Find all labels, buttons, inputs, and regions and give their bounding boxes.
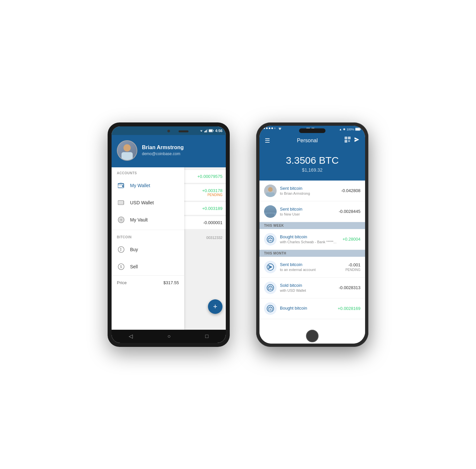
android-tx-amount-4: -0.000001 <box>187 220 222 225</box>
tx-new-user-title: Sent bitcoin <box>280 207 335 212</box>
back-nav-icon[interactable]: ◁ <box>129 333 133 339</box>
svg-rect-36 <box>349 141 350 142</box>
qr-icon[interactable] <box>345 137 351 144</box>
avatar-body <box>121 152 133 160</box>
this-week-header: THIS WEEK <box>259 222 365 229</box>
tx-external-title: Sent bitcoin <box>280 262 342 267</box>
android-phone: 4:56 Brian Armstrong demo@coinbase.com <box>108 122 230 347</box>
svg-rect-43 <box>270 288 271 289</box>
tx-schwab-title: Bought bitcoin <box>280 234 339 239</box>
android-nav-bar: ◁ ○ □ <box>112 330 226 343</box>
svg-rect-26 <box>356 128 360 130</box>
android-screen: 4:56 Brian Armstrong demo@coinbase.com <box>112 126 226 343</box>
svg-rect-32 <box>346 141 347 142</box>
svg-rect-25 <box>360 129 361 130</box>
svg-point-40 <box>267 264 274 270</box>
home-nav-icon[interactable]: ○ <box>167 333 171 339</box>
svg-text:$: $ <box>120 265 122 269</box>
tx-item-sold[interactable]: Sold bitcoin with USD Wallet -0.0028313 <box>259 278 365 298</box>
tx-new-user-content: Sent bitcoin to New User <box>280 207 335 216</box>
svg-rect-3 <box>204 131 205 132</box>
svg-rect-39 <box>270 240 271 241</box>
this-month-header: THIS MONTH <box>259 250 365 257</box>
tx-schwab-amount: +0.28004 <box>342 237 360 242</box>
tx-sold-content: Sold bitcoin with USD Wallet <box>280 283 335 292</box>
signal-dot-2 <box>266 127 268 129</box>
usd-wallet-label: USD Wallet <box>130 200 154 205</box>
tx-item-external[interactable]: Sent bitcoin to an external account -0.0… <box>259 257 365 278</box>
tx-item-bought-last[interactable]: Bought bitcoin +0.0028169 <box>259 298 365 319</box>
recent-nav-icon[interactable]: □ <box>205 333 209 339</box>
new-user-avatar <box>264 205 277 218</box>
ios-nav-title: Personal <box>297 138 318 144</box>
sidebar-divider-1 <box>112 230 184 230</box>
send-icon[interactable] <box>354 137 360 144</box>
android-avatar <box>117 140 137 161</box>
tx-sold-subtitle: with USD Wallet <box>280 288 335 292</box>
ios-bluetooth-icon: ✱ <box>343 128 346 131</box>
sidebar-item-sell[interactable]: $ Sell <box>112 258 184 275</box>
ios-usd-amount: $1,169.32 <box>265 167 360 173</box>
sidebar-item-my-vault[interactable]: My Vault <box>112 211 184 228</box>
tx-sold-title: Sold bitcoin <box>280 283 335 288</box>
sell-icon: $ <box>117 262 125 271</box>
android-tx-amount-2: +0.003178 <box>187 188 222 193</box>
svg-rect-34 <box>349 140 350 141</box>
ios-battery-text: 100% <box>347 128 354 131</box>
tx-item-new-user[interactable]: Sent bitcoin to New User -0.0028445 <box>259 201 365 222</box>
android-user-email: demo@coinbase.com <box>142 151 221 156</box>
bank-icon-3 <box>267 305 274 312</box>
android-tx-item-2: +0.003178 PENDING <box>184 184 226 201</box>
menu-icon[interactable]: ☰ <box>265 137 270 144</box>
wifi-icon <box>199 129 203 132</box>
wallet-icon <box>117 181 125 190</box>
my-vault-label: My Vault <box>130 217 148 222</box>
ios-nav-bar: ☰ Personal <box>259 133 365 148</box>
battery-icon <box>209 129 214 132</box>
tx-brian-title: Sent bitcoin <box>280 186 338 191</box>
ios-status-left <box>263 127 282 131</box>
bank-avatar-1 <box>264 233 277 246</box>
svg-rect-31 <box>349 138 350 139</box>
tx-schwab-subtitle: with Charles Schwab - Bank *****... <box>280 240 339 244</box>
svg-point-44 <box>267 305 274 312</box>
sidebar-item-my-wallet[interactable]: My Wallet <box>112 177 184 194</box>
price-label: Price <box>117 280 127 285</box>
android-sidebar: ACCOUNTS My Wallet <box>112 167 184 330</box>
tx-item-bought-schwab[interactable]: Bought bitcoin with Charles Schwab - Ban… <box>259 229 365 250</box>
iphone: 09:41 ▲ ✱ 100% ☰ Personal <box>256 122 368 347</box>
bank-avatar-2 <box>264 282 277 294</box>
tx-external-pending: PENDING <box>345 268 360 272</box>
sidebar-item-buy[interactable]: ₿ Buy <box>112 241 184 258</box>
svg-rect-4 <box>205 131 206 132</box>
svg-text:₿: ₿ <box>120 248 122 251</box>
bank-icon-2 <box>267 284 274 291</box>
iphone-home-button[interactable] <box>306 330 319 342</box>
ios-location-icon: ▲ <box>339 128 342 131</box>
avatar-placeholder <box>118 141 137 160</box>
android-status-icons <box>199 129 214 132</box>
android-status-bar: 4:56 <box>112 126 226 135</box>
sidebar-item-usd-wallet[interactable]: USD Wallet <box>112 194 184 211</box>
usd-wallet-icon <box>117 198 125 207</box>
android-content: +0.00079575 +0.003178 PENDING +0.003189 … <box>184 167 226 330</box>
svg-rect-9 <box>209 130 212 132</box>
price-value: $317.55 <box>163 280 179 285</box>
svg-point-37 <box>267 236 274 243</box>
android-status-time: 4:56 <box>215 129 222 133</box>
tx-brian-content: Sent bitcoin to Brian Armstrong <box>280 186 338 195</box>
svg-rect-8 <box>213 130 214 131</box>
ios-status-right: ▲ ✱ 100% <box>339 128 361 131</box>
svg-marker-2 <box>201 131 202 132</box>
tx-brian-subtitle: to Brian Armstrong <box>280 191 338 195</box>
tx-sold-right: -0.0028313 <box>339 285 360 290</box>
svg-rect-5 <box>206 130 207 132</box>
android-tx-item-3: +0.003189 <box>184 202 226 215</box>
android-tx-item-4: -0.000001 <box>184 216 226 229</box>
send-avatar-1 <box>264 261 277 273</box>
android-address: 00312332 <box>184 233 226 242</box>
buy-icon: ₿ <box>117 245 125 254</box>
tx-item-brian[interactable]: Sent bitcoin to Brian Armstrong -0.04280… <box>259 181 365 201</box>
fab-button[interactable]: + <box>208 299 222 314</box>
iphone-screen: 09:41 ▲ ✱ 100% ☰ Personal <box>259 126 365 344</box>
